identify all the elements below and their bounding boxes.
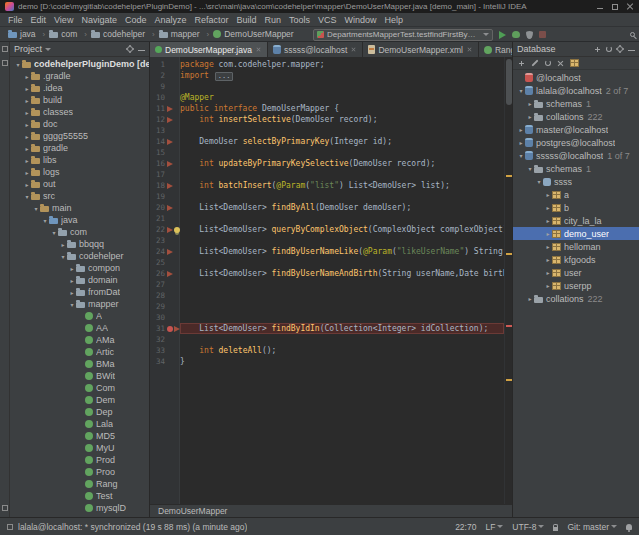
project-item-mysqld[interactable]: mysqlD [10,502,149,514]
editor-line-34[interactable]: 34} [150,356,504,367]
project-item-gggg55555[interactable]: ▸gggg55555 [10,130,149,142]
chevron-expanded-icon[interactable]: ▾ [535,178,543,185]
db-item-schemas[interactable]: ▾schemas1 [513,162,639,175]
chevron-collapsed-icon[interactable]: ▸ [544,282,552,289]
chevron-collapsed-icon[interactable]: ▸ [544,269,552,276]
sync-status-text[interactable]: lalala@localhost: * synchronized (19 s 8… [18,522,247,532]
chevron-collapsed-icon[interactable]: ▸ [23,145,31,152]
editor-line-13[interactable]: 13 [150,125,504,136]
play-button-icon[interactable] [499,31,506,39]
editor-line-23[interactable]: 23 [150,235,504,246]
editor-breadcrumb[interactable]: DemoUserMapper [158,506,227,516]
menu-code[interactable]: Code [121,15,151,25]
project-item-java[interactable]: ▾java [10,214,149,226]
project-item-bwit[interactable]: BWit [10,370,149,382]
mybatis-mapper-icon[interactable] [167,271,173,277]
editor-line-29[interactable]: 29 [150,301,504,312]
chevron-collapsed-icon[interactable]: ▸ [517,126,525,133]
editor-line-14[interactable]: 14 DemoUser selectByPrimaryKey(Integer i… [150,136,504,147]
editor-line-1[interactable]: 1package com.codehelper.mapper; [150,59,504,70]
breadcrumb-java[interactable]: java [8,29,49,39]
db-item-master-localhost[interactable]: ▸master@localhost [513,123,639,136]
project-item-bbqqq[interactable]: ▸bbqqq [10,238,149,250]
chevron-collapsed-icon[interactable]: ▸ [23,157,31,164]
chevron-collapsed-icon[interactable]: ▸ [526,113,534,120]
chevron-expanded-icon[interactable]: ▾ [517,152,525,159]
chevron-collapsed-icon[interactable]: ▸ [23,73,31,80]
line-separator-widget[interactable]: LF [485,522,503,532]
chevron-expanded-icon[interactable]: ▾ [526,165,534,172]
mybatis-mapper-icon[interactable] [167,249,173,255]
editor-line-9[interactable]: 9 [150,81,504,92]
db-item-ssss[interactable]: ▾ssss [513,175,639,188]
chevron-collapsed-icon[interactable]: ▸ [544,256,552,263]
breadcrumb-com[interactable]: com [49,29,91,39]
editor-line-22[interactable]: 22 List<DemoUser> queryByComplexObject(C… [150,224,504,235]
project-item-lala[interactable]: Lala [10,418,149,430]
close-tab-icon[interactable] [351,47,356,52]
db-item-user[interactable]: ▸user [513,266,639,279]
mybatis-mapper-icon[interactable] [167,117,173,123]
chevron-collapsed-icon[interactable]: ▸ [517,139,525,146]
db-item-demo-user[interactable]: ▸demo_user [513,227,639,240]
project-item-proo[interactable]: Proo [10,466,149,478]
lock-icon[interactable] [553,527,558,531]
gear-icon[interactable] [127,46,133,52]
chevron-collapsed-icon[interactable]: ▸ [59,241,67,248]
project-item-doc[interactable]: ▸doc [10,118,149,130]
project-item-bma[interactable]: BMa [10,358,149,370]
close-icon[interactable] [557,60,564,67]
menu-file[interactable]: File [4,15,27,25]
encoding-widget[interactable]: UTF-8 [512,522,544,532]
menu-tools[interactable]: Tools [285,15,314,25]
chevron-collapsed-icon[interactable]: ▸ [68,277,76,284]
editor-line-16[interactable]: 16 int updateByPrimaryKeySelective(DemoU… [150,158,504,169]
project-item-md5[interactable]: MD5 [10,430,149,442]
db-item-collations[interactable]: ▸collations222 [513,292,639,305]
menu-window[interactable]: Window [341,15,381,25]
db-item-city-la-la[interactable]: ▸city_la_la [513,214,639,227]
editor-scrollbar[interactable] [504,57,512,504]
chevron-collapsed-icon[interactable]: ▸ [23,97,31,104]
project-item-myu[interactable]: MyU [10,442,149,454]
project-item-fromdat[interactable]: ▸fromDat [10,286,149,298]
db-item-b[interactable]: ▸b [513,201,639,214]
chevron-expanded-icon[interactable]: ▾ [23,193,31,200]
chevron-collapsed-icon[interactable]: ▸ [544,217,552,224]
editor-line-32[interactable]: 32 [150,334,504,345]
project-item-src[interactable]: ▾src [10,190,149,202]
chevron-collapsed-icon[interactable]: ▸ [23,85,31,92]
notifications-bell-icon[interactable] [626,524,632,530]
breakpoint-dot-icon[interactable] [167,326,173,332]
editor-line-27[interactable]: 27 [150,279,504,290]
breadcrumb-codehelper[interactable]: codehelper [91,29,159,39]
mybatis-mapper-icon[interactable] [167,106,173,112]
breadcrumb-mapper[interactable]: mapper [159,29,214,39]
minus-icon[interactable] [138,50,145,51]
run-configuration-select[interactable]: DepartmentsMapperTest.testfindFirstByDep… [313,29,493,41]
editor-line-11[interactable]: 11public interface DemoUserMapper { [150,103,504,114]
chevron-expanded-icon[interactable]: ▾ [59,253,67,260]
project-item-test[interactable]: Test [10,490,149,502]
shield-button-icon[interactable] [526,31,533,39]
menu-refactor[interactable]: Refactor [190,15,232,25]
chevron-collapsed-icon[interactable]: ▸ [68,265,76,272]
project-item-compon[interactable]: ▸compon [10,262,149,274]
mybatis-mapper-icon[interactable] [167,161,173,167]
mybatis-mapper-icon[interactable] [167,139,173,145]
mybatis-mapper-icon[interactable] [167,183,173,189]
folded-region[interactable]: ... [215,72,234,81]
chevron-expanded-icon[interactable]: ▾ [50,229,58,236]
chevron-collapsed-icon[interactable]: ▸ [544,204,552,211]
editor-line-17[interactable]: 17 [150,169,504,180]
minus-icon[interactable] [628,50,635,51]
bug-button-icon[interactable] [512,31,520,38]
chevron-collapsed-icon[interactable]: ▸ [23,169,31,176]
menu-build[interactable]: Build [232,15,260,25]
chevron-expanded-icon[interactable]: ▾ [517,87,525,94]
breadcrumb-demousermapper[interactable]: DemoUserMapper [213,29,293,39]
project-item-rang[interactable]: Rang [10,478,149,490]
tab-sssss-localhost[interactable]: sssss@localhost [268,42,363,57]
close-window-icon[interactable] [626,3,634,11]
project-item-codehelperplugindemo-demo[interactable]: ▾codehelperPluginDemo [demo [10,58,149,70]
